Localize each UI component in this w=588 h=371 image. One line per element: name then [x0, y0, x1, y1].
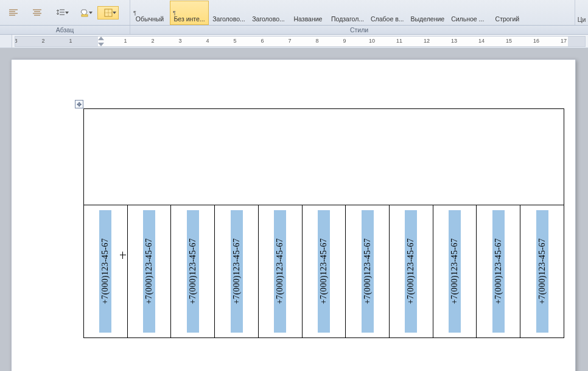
document-area[interactable]: ✥ +7(000)123-45-67+7(000)123-45-67+7(000…: [0, 48, 588, 371]
table-cell[interactable]: +7(000)123-45-67: [520, 205, 564, 338]
svg-rect-11: [82, 15, 88, 16]
ruler-number: 10: [369, 38, 375, 44]
phone-highlight: +7(000)123-45-67: [187, 210, 199, 333]
ruler-spacer: [0, 35, 12, 48]
style-item-label: Подзагол...: [331, 15, 364, 23]
style-item[interactable]: ¶Без инте...: [170, 1, 209, 25]
phone-number: +7(000)123-45-67: [232, 238, 242, 304]
style-item-label: Заголово...: [252, 15, 285, 23]
table-cell[interactable]: +7(000)123-45-67: [215, 205, 259, 338]
phone-number: +7(000)123-45-67: [144, 238, 154, 304]
align-button[interactable]: [2, 6, 24, 19]
style-item-label: Заголово...: [212, 15, 245, 23]
shading-button[interactable]: [74, 6, 95, 19]
phone-highlight: +7(000)123-45-67: [362, 210, 374, 333]
ribbon-group-labels: Абзац Стили: [0, 26, 588, 35]
table-cell[interactable]: +7(000)123-45-67: [84, 205, 128, 338]
ruler-number: 2: [41, 38, 44, 44]
style-item-label: Обычный: [136, 15, 164, 23]
pilcrow-icon: ¶: [133, 10, 136, 16]
table-cell[interactable]: +7(000)123-45-67: [346, 205, 390, 338]
page[interactable]: ✥ +7(000)123-45-67+7(000)123-45-67+7(000…: [11, 59, 576, 371]
ruler-number: 3: [15, 38, 18, 44]
ruler-number: 14: [478, 38, 485, 44]
table-cell[interactable]: +7(000)123-45-67: [390, 205, 433, 338]
ruler-number: 15: [506, 38, 512, 44]
ruler-number: 7: [288, 38, 291, 44]
borders-button[interactable]: [97, 6, 119, 19]
style-item-label: Выделение: [411, 15, 445, 23]
ribbon: ¶Обычный¶Без инте...Заголово...Заголово.…: [0, 0, 588, 26]
document-table[interactable]: +7(000)123-45-67+7(000)123-45-67+7(000)1…: [83, 108, 564, 338]
phone-number: +7(000)123-45-67: [363, 238, 373, 304]
hanging-indent-marker[interactable]: [98, 43, 104, 46]
style-item-label: Строгий: [495, 15, 520, 23]
phone-number: +7(000)123-45-67: [275, 238, 285, 304]
ruler-number: 4: [206, 38, 209, 44]
table-cell[interactable]: +7(000)123-45-67: [258, 205, 302, 338]
ruler-number: 11: [396, 38, 402, 44]
phone-number: +7(000)123-45-67: [537, 238, 547, 304]
phone-highlight: +7(000)123-45-67: [536, 210, 548, 333]
table-header-cell[interactable]: [84, 109, 564, 205]
ruler-number: 3: [178, 38, 181, 44]
ruler-number: 1: [69, 38, 72, 44]
line-spacing-button[interactable]: [50, 6, 71, 19]
table-cell[interactable]: +7(000)123-45-67: [302, 205, 346, 338]
phone-number: +7(000)123-45-67: [494, 238, 503, 304]
text-cursor-icon: [122, 255, 128, 255]
ribbon-overflow[interactable]: Ци: [575, 0, 588, 25]
style-item[interactable]: Слабое в...: [368, 1, 407, 25]
phone-number: +7(000)123-45-67: [100, 238, 110, 304]
table-cell[interactable]: +7(000)123-45-67: [433, 205, 477, 338]
table-row[interactable]: +7(000)123-45-67+7(000)123-45-67+7(000)1…: [84, 205, 564, 338]
phone-highlight: +7(000)123-45-67: [318, 210, 330, 333]
table-row[interactable]: [84, 109, 564, 205]
phone-highlight: +7(000)123-45-67: [231, 210, 243, 333]
paragraph-group: [0, 0, 130, 25]
phone-highlight: +7(000)123-45-67: [405, 210, 417, 333]
phone-highlight: +7(000)123-45-67: [143, 210, 155, 333]
style-item-label: Без инте...: [173, 15, 205, 23]
phone-highlight: +7(000)123-45-67: [492, 210, 505, 333]
ruler-number: 13: [451, 38, 457, 44]
styles-gallery[interactable]: ¶Обычный¶Без инте...Заголово...Заголово.…: [130, 0, 575, 25]
style-item[interactable]: Заголово...: [249, 1, 288, 25]
align-button-2[interactable]: [26, 6, 47, 19]
phone-highlight: +7(000)123-45-67: [449, 210, 461, 333]
ruler-number: 2: [151, 38, 154, 44]
style-item[interactable]: Строгий: [488, 1, 527, 25]
ruler-number: 8: [315, 38, 318, 44]
table-cell[interactable]: +7(000)123-45-67: [477, 205, 520, 338]
pilcrow-icon: ¶: [173, 10, 176, 16]
ruler-number: 16: [533, 38, 539, 44]
style-item-label: Сильное ...: [451, 15, 484, 23]
first-line-indent-marker[interactable]: [98, 37, 104, 40]
style-item-label: Слабое в...: [371, 15, 404, 23]
table-cell[interactable]: +7(000)123-45-67: [127, 205, 171, 338]
ruler-number: 5: [233, 38, 236, 44]
ruler-number: 9: [343, 38, 346, 44]
ruler-number: 12: [424, 38, 430, 44]
style-item-label: Название: [294, 15, 323, 23]
ruler-number: 17: [561, 38, 567, 44]
phone-highlight: +7(000)123-45-67: [99, 210, 111, 333]
style-item[interactable]: Название: [289, 1, 327, 25]
phone-number: +7(000)123-45-67: [319, 238, 329, 304]
phone-number: +7(000)123-45-67: [406, 238, 416, 304]
phone-number: +7(000)123-45-67: [188, 238, 198, 304]
style-item[interactable]: ¶Обычный: [130, 1, 169, 25]
paragraph-group-label: Абзац: [0, 26, 130, 34]
horizontal-ruler[interactable]: 1234567891011121314151617123: [15, 36, 586, 47]
style-item[interactable]: Заголово...: [209, 1, 248, 25]
ruler-number: 6: [261, 38, 264, 44]
table-move-handle-icon[interactable]: ✥: [75, 100, 83, 108]
phone-highlight: +7(000)123-45-67: [274, 210, 286, 333]
phone-number: +7(000)123-45-67: [450, 238, 460, 304]
table-cell[interactable]: +7(000)123-45-67: [171, 205, 215, 338]
styles-group-label: Стили: [130, 26, 588, 34]
style-item[interactable]: Сильное ...: [448, 1, 487, 25]
style-item[interactable]: Выделение: [408, 1, 448, 25]
ruler-row: 1234567891011121314151617123: [0, 35, 588, 48]
style-item[interactable]: Подзагол...: [328, 1, 367, 25]
